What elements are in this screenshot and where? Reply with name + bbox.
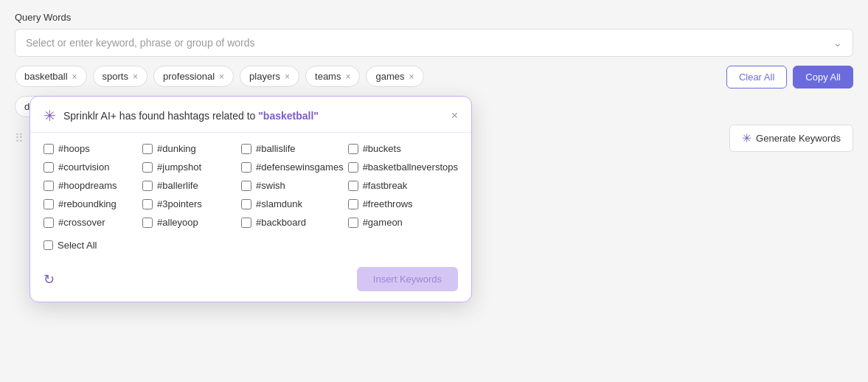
hashtag-item-5: #jumpshot	[142, 162, 237, 173]
hashtag-label-18: #backboard	[256, 217, 306, 228]
ai-popup-title: Sprinklr AI+ has found hashtags related …	[63, 110, 444, 122]
hashtag-checkbox-19[interactable]	[348, 218, 358, 228]
hashtag-label-7: #basketballneverstops	[363, 162, 458, 173]
hashtag-label-8: #hoopdreams	[58, 180, 117, 191]
action-buttons: Clear All Copy All	[726, 66, 853, 88]
hashtag-item-6: #defensewinsgames	[241, 162, 344, 173]
hashtag-checkbox-4[interactable]	[44, 162, 54, 173]
hashtag-checkbox-5[interactable]	[142, 162, 153, 173]
hashtag-label-16: #crossover	[58, 217, 105, 228]
hashtag-item-17: #alleyoop	[142, 217, 237, 228]
hashtag-item-12: #reboundking	[44, 198, 138, 209]
hashtag-label-5: #jumpshot	[157, 162, 201, 173]
hashtag-item-8: #hoopdreams	[44, 180, 138, 191]
tags-area-row1: basketball×sports×professional×players×t…	[15, 66, 719, 87]
hashtag-checkbox-7[interactable]	[348, 162, 358, 173]
tag-label-professional: professional	[163, 71, 215, 82]
generate-keywords-button[interactable]: ✳ Generate Keywords	[729, 125, 853, 152]
select-all-checkbox[interactable]	[44, 240, 53, 250]
hashtag-label-10: #swish	[256, 180, 285, 191]
hashtag-checkbox-0[interactable]	[44, 144, 54, 154]
drag-handle-icon: ⠿	[15, 131, 24, 145]
hashtag-checkbox-12[interactable]	[44, 199, 54, 209]
ai-close-button[interactable]: ×	[451, 109, 458, 122]
tag-basketball: basketball×	[15, 66, 87, 87]
tag-remove-teams[interactable]: ×	[345, 72, 350, 81]
hashtag-checkbox-13[interactable]	[142, 199, 153, 209]
ai-popup-footer: ↻ Insert Keywords	[30, 261, 471, 302]
hashtag-item-11: #fastbreak	[348, 180, 458, 191]
hashtag-item-9: #ballerlife	[142, 180, 237, 191]
insert-keywords-button[interactable]: Insert Keywords	[357, 267, 458, 291]
tag-label-teams: teams	[315, 71, 341, 82]
ai-popup-body: #hoops#dunking#ballislife#buckets#courtv…	[30, 133, 471, 261]
hashtag-label-12: #reboundking	[58, 198, 117, 209]
hashtag-item-18: #backboard	[241, 217, 344, 228]
tag-players: players×	[240, 66, 299, 87]
tag-label-sports: sports	[103, 71, 128, 82]
query-words-label: Query Words	[15, 12, 853, 23]
hashtag-label-19: #gameon	[363, 217, 403, 228]
tag-remove-games[interactable]: ×	[409, 72, 414, 81]
sparkle-icon: ✳	[742, 131, 751, 145]
tag-teams: teams×	[305, 66, 360, 87]
select-all-row: Select All	[44, 240, 458, 251]
hashtag-label-6: #defensewinsgames	[256, 162, 344, 173]
tags-actions-row: basketball×sports×professional×players×t…	[15, 66, 853, 88]
hashtag-checkbox-10[interactable]	[241, 181, 251, 191]
ai-sparkle-icon: ✳	[44, 107, 56, 125]
hashtag-grid: #hoops#dunking#ballislife#buckets#courtv…	[44, 143, 458, 228]
hashtag-item-7: #basketballneverstops	[348, 162, 458, 173]
keyword-select-input[interactable]: Select or enter keyword, phrase or group…	[15, 29, 853, 57]
clear-all-button[interactable]: Clear All	[726, 66, 787, 88]
hashtag-item-0: #hoops	[44, 143, 138, 154]
hashtag-item-4: #courtvision	[44, 162, 138, 173]
ai-hashtag-popup: ✳ Sprinklr AI+ has found hashtags relate…	[29, 96, 472, 302]
hashtag-label-0: #hoops	[58, 143, 90, 154]
hashtag-item-14: #slamdunk	[241, 198, 344, 209]
hashtag-label-11: #fastbreak	[363, 180, 408, 191]
hashtag-item-15: #freethrows	[348, 198, 458, 209]
hashtag-item-13: #3pointers	[142, 198, 237, 209]
hashtag-item-10: #swish	[241, 180, 344, 191]
keyword-placeholder: Select or enter keyword, phrase or group…	[26, 37, 833, 49]
tag-label-players: players	[249, 71, 280, 82]
hashtag-item-1: #dunking	[142, 143, 237, 154]
hashtag-checkbox-6[interactable]	[241, 162, 251, 173]
hashtag-checkbox-16[interactable]	[44, 218, 54, 228]
hashtag-checkbox-17[interactable]	[142, 218, 153, 228]
tag-label-basketball: basketball	[24, 71, 68, 82]
hashtag-checkbox-8[interactable]	[44, 181, 54, 191]
ai-popup-header: ✳ Sprinklr AI+ has found hashtags relate…	[30, 97, 471, 133]
hashtag-checkbox-2[interactable]	[241, 144, 251, 154]
hashtag-checkbox-15[interactable]	[348, 199, 358, 209]
hashtag-checkbox-3[interactable]	[348, 144, 358, 154]
hashtag-label-17: #alleyoop	[157, 217, 198, 228]
hashtag-label-14: #slamdunk	[256, 198, 302, 209]
hashtag-checkbox-14[interactable]	[241, 199, 251, 209]
hashtag-checkbox-1[interactable]	[142, 144, 153, 154]
tag-sports: sports×	[93, 66, 147, 87]
hashtag-checkbox-11[interactable]	[348, 181, 358, 191]
hashtag-item-3: #buckets	[348, 143, 458, 154]
select-all-label: Select All	[58, 240, 97, 251]
tag-remove-professional[interactable]: ×	[219, 72, 224, 81]
tag-remove-players[interactable]: ×	[285, 72, 290, 81]
tag-games: games×	[366, 66, 423, 87]
tag-label-games: games	[375, 71, 404, 82]
hashtag-checkbox-9[interactable]	[142, 181, 153, 191]
chevron-down-icon: ⌄	[833, 37, 842, 49]
recycle-icon: ↻	[44, 271, 55, 288]
hashtag-label-1: #dunking	[157, 143, 196, 154]
hashtag-label-13: #3pointers	[157, 198, 202, 209]
hashtag-checkbox-18[interactable]	[241, 218, 251, 228]
tag-professional: professional×	[153, 66, 234, 87]
tag-remove-sports[interactable]: ×	[133, 72, 138, 81]
hashtag-label-15: #freethrows	[363, 198, 413, 209]
hashtag-label-3: #buckets	[363, 143, 401, 154]
hashtag-item-19: #gameon	[348, 217, 458, 228]
hashtag-label-2: #ballislife	[256, 143, 295, 154]
hashtag-item-2: #ballislife	[241, 143, 344, 154]
tag-remove-basketball[interactable]: ×	[72, 72, 77, 81]
copy-all-button[interactable]: Copy All	[793, 66, 853, 88]
